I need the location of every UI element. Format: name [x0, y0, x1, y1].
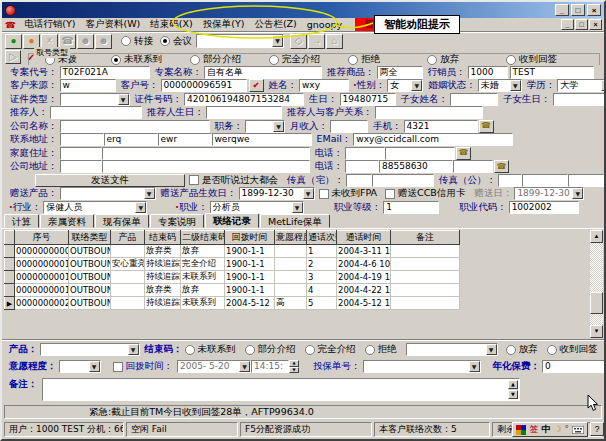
fax-home-input-2[interactable]: [372, 174, 434, 187]
job-select[interactable]: ▼: [245, 120, 285, 133]
scroll-down-icon[interactable]: ▼: [590, 325, 603, 338]
forward-button[interactable]: →: [308, 34, 325, 49]
scroll-up-icon[interactable]: ▲: [590, 230, 603, 243]
dial-mobile-button[interactable]: ☎: [479, 120, 494, 133]
conference-select[interactable]: ▼: [196, 34, 284, 48]
agent-id-input[interactable]: 1000: [468, 66, 508, 79]
fax-office-input-2[interactable]: [522, 174, 568, 187]
chevron-down-icon[interactable]: ▼: [303, 188, 314, 199]
supervisor-button[interactable]: ☻: [95, 34, 112, 49]
menu-item[interactable]: gnoopy: [302, 19, 347, 30]
tab[interactable]: 现有保单: [95, 214, 149, 228]
fpa-checkbox[interactable]: 未收到FPA: [319, 187, 378, 200]
chevron-down-icon[interactable]: ▼: [272, 35, 283, 47]
result-radio[interactable]: 未联系到: [185, 343, 236, 356]
callback-checkbox[interactable]: 回拨时间：: [113, 360, 174, 373]
dial-tel2-button[interactable]: ☎: [494, 160, 509, 173]
close-button[interactable]: ×: [587, 4, 601, 16]
gift-eff-select[interactable]: 1899-12-30▼: [239, 187, 315, 200]
chevron-down-icon[interactable]: ▼: [601, 80, 606, 91]
row-selector[interactable]: [5, 284, 15, 297]
chevron-down-icon[interactable]: ▼: [273, 121, 284, 132]
chevron-down-icon[interactable]: ▼: [135, 202, 146, 213]
verify-check-button[interactable]: ✔: [249, 79, 264, 92]
chevron-down-icon[interactable]: ▼: [144, 188, 155, 199]
row-selector[interactable]: [5, 271, 15, 284]
mdi-close-button[interactable]: ×: [589, 19, 602, 30]
home-button[interactable]: ⌂: [326, 34, 343, 49]
disable-button[interactable]: ◇: [290, 34, 307, 49]
home-addr-input-1[interactable]: [60, 147, 102, 160]
ref-birth-input[interactable]: [206, 106, 282, 119]
transfer-radio[interactable]: 转接: [121, 35, 153, 48]
willingness-select[interactable]: ▼: [59, 360, 101, 373]
addr-input-3[interactable]: ewr: [158, 133, 212, 146]
col-header[interactable]: 意愿程度: [275, 231, 307, 245]
gift-select[interactable]: ▼: [60, 187, 156, 200]
name-input[interactable]: wxy: [299, 79, 349, 92]
industry-select[interactable]: 保健人员▼: [43, 201, 147, 214]
child-birth-input[interactable]: [553, 93, 606, 106]
remark-textarea[interactable]: ▲ ▼: [42, 378, 520, 401]
fax-home-input-1[interactable]: [346, 174, 372, 187]
menu-item[interactable]: 结束码(X): [145, 18, 197, 31]
ime-logo-icon[interactable]: [516, 425, 526, 435]
moon-icon[interactable]: ☽: [553, 423, 561, 436]
tab[interactable]: 亲属资料: [40, 214, 94, 228]
menu-item[interactable]: 客户资料(W): [80, 18, 145, 31]
row-selector[interactable]: [5, 245, 15, 258]
ref-rel-input[interactable]: [375, 106, 483, 119]
ime-chinese-indicator[interactable]: 中: [541, 423, 550, 436]
email-input[interactable]: wxy@ccidcall.com: [353, 133, 513, 146]
comp-addr-input-2[interactable]: [102, 160, 310, 173]
fax-office-input-3[interactable]: [568, 174, 604, 187]
remark-scrollbar[interactable]: ▲ ▼: [508, 380, 518, 399]
tel2-input-1[interactable]: [345, 160, 379, 173]
scroll-up-icon[interactable]: ▲: [508, 380, 518, 389]
tel2-input-2[interactable]: 88558630: [379, 160, 453, 173]
project-code-input[interactable]: T02F021A: [60, 66, 150, 79]
restore-button[interactable]: □: [571, 4, 585, 16]
mdi-minimize-button[interactable]: _: [561, 19, 574, 30]
conference-radio[interactable]: 会议: [160, 35, 192, 48]
result-radio[interactable]: 完全介绍: [305, 343, 356, 356]
chevron-down-icon[interactable]: ▼: [486, 344, 497, 355]
send-file-button[interactable]: 发送文件: [35, 174, 185, 187]
ccb-checkbox[interactable]: 赠送CCB信用卡: [385, 187, 465, 200]
occ-level-input[interactable]: 1: [383, 201, 439, 214]
product-select[interactable]: ▼: [40, 343, 140, 356]
occ-code-input[interactable]: 1002002: [509, 201, 579, 214]
col-header[interactable]: 序号: [15, 231, 69, 245]
home-addr-input-2[interactable]: [102, 147, 310, 160]
comp-addr-input-1[interactable]: [60, 160, 102, 173]
chevron-down-icon[interactable]: ▼: [128, 344, 139, 355]
dot-icon[interactable]: °: [565, 423, 570, 436]
chevron-down-icon[interactable]: ▼: [510, 80, 521, 91]
menu-item[interactable]: 公告栏(Z): [249, 18, 301, 31]
heard-metlife-checkbox[interactable]: 是否听说过大都会: [189, 174, 278, 187]
company-input[interactable]: [60, 120, 210, 133]
annual-premium-input[interactable]: 0: [542, 360, 606, 373]
answer-button[interactable]: ●: [5, 34, 22, 49]
rec-product-input[interactable]: 两全: [377, 66, 423, 79]
id-no-input[interactable]: 420106194807153284: [184, 93, 304, 106]
table-row[interactable]: 00000000017 OUTBOUND 持续追踪 未联系到 1900-1-1 …: [5, 271, 460, 284]
col-header[interactable]: 产品: [111, 231, 145, 245]
result-radio[interactable]: 收到回签: [547, 343, 598, 356]
table-scrollbar[interactable]: ▲ ▼: [590, 230, 603, 338]
table-row[interactable]: 00000000004 OUTBOUND 放弃类 放弃 1900-1-1 1 2…: [5, 245, 460, 258]
minimize-button[interactable]: _: [555, 4, 569, 16]
addr-input-2[interactable]: erq: [104, 133, 158, 146]
chevron-down-icon[interactable]: ▼: [292, 202, 303, 213]
table-row[interactable]: 00000000018 OUTBOUND 放弃类 放弃 1900-1-1 4 2…: [5, 284, 460, 297]
chevron-down-icon[interactable]: ▼: [411, 80, 422, 91]
stamp-icon[interactable]: 签: [529, 423, 538, 436]
tab[interactable]: 专案说明: [150, 214, 204, 228]
chevron-down-icon[interactable]: ▼: [118, 94, 129, 105]
dial-tel1-button[interactable]: ☎: [456, 147, 471, 160]
reject-reason-select[interactable]: ▼: [406, 343, 498, 356]
child-name-input[interactable]: [450, 93, 498, 106]
table-row[interactable]: 00000000013 OUTBOUND 安心重亮 持续追踪 完全介绍 1900…: [5, 258, 460, 271]
spin-down-icon[interactable]: ▼: [289, 367, 299, 374]
menu-item[interactable]: 投保单(Y): [198, 18, 250, 31]
